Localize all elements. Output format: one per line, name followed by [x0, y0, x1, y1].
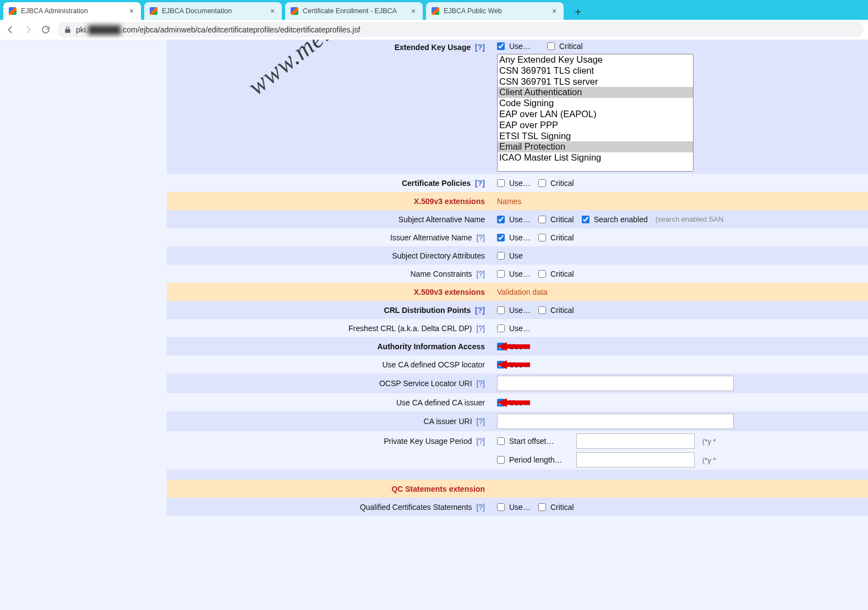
browser-tab-1[interactable]: EJBCA Documentation × [144, 2, 282, 20]
help-link[interactable]: [?] [475, 43, 485, 52]
url-host-prefix: pki. [76, 25, 88, 34]
input-period-length[interactable] [576, 452, 695, 468]
checkbox-eku-use[interactable]: Use… [497, 42, 531, 51]
section-label: QC Statements extension [167, 481, 490, 497]
checkbox-ian-critical[interactable]: Critical [538, 233, 574, 242]
browser-tab-0[interactable]: EJBCA Administration × [3, 2, 141, 20]
section-qc: QC Statements extension [167, 480, 868, 498]
help-link[interactable]: [?] [476, 379, 485, 388]
new-tab-button[interactable]: + [570, 4, 586, 20]
label-ian: Issuer Alternative Name [?] [167, 230, 490, 245]
favicon-icon [432, 7, 439, 15]
tab-title: Certificate Enrollment - EJBCA [303, 7, 406, 15]
help-link[interactable]: [?] [476, 270, 485, 278]
section-title: Names [490, 195, 868, 208]
checkbox-crldp-critical[interactable]: Critical [538, 306, 574, 315]
input-ca-issuer-uri[interactable] [497, 414, 734, 429]
row-san: Subject Alternative Name Use… Critical S… [167, 210, 868, 228]
checkbox-certpolicies-use[interactable]: Use… [497, 179, 531, 188]
checkbox-nc-use[interactable]: Use… [497, 270, 531, 278]
row-ocsp-uri: OCSP Service Locator URI [?] [167, 373, 868, 393]
section-title: Validation data [490, 285, 868, 299]
tab-title: EJBCA Administration [21, 7, 124, 15]
tab-title: EJBCA Documentation [162, 7, 265, 15]
arrow-left-icon [6, 25, 15, 35]
checkbox-sda-use[interactable]: Use [497, 251, 523, 260]
label-sda: Subject Directory Attributes [167, 248, 490, 263]
browser-toolbar: pki. ██████ .com/ejbca/adminweb/ca/editc… [0, 20, 868, 40]
select-eku-options[interactable]: Any Extended Key Usage CSN 369791 TLS cl… [497, 54, 694, 172]
help-link[interactable]: [?] [476, 233, 485, 242]
tab-title: EJBCA Public Web [444, 7, 547, 15]
row-extended-key-usage: Extended Key Usage [?] Use… Critical Any… [167, 40, 868, 174]
reload-button[interactable] [40, 24, 52, 36]
period-suffix: (*y * [702, 456, 716, 464]
row-freshest: Freshest CRL (a.k.a. Delta CRL DP) [?] U… [167, 319, 868, 337]
row-ian: Issuer Alternative Name [?] Use… Critica… [167, 228, 868, 246]
url-host-blurred: ██████ [88, 25, 121, 34]
row-ca-issuer-uri: CA issuer URI [?] [167, 411, 868, 431]
checkbox-period-length[interactable]: Period length… [497, 455, 569, 464]
close-icon[interactable]: × [128, 7, 135, 15]
row-ocsp-locator: Use CA defined OCSP locator Use… [167, 355, 868, 373]
checkbox-certpolicies-critical[interactable]: Critical [538, 179, 574, 188]
checkbox-eku-critical[interactable]: Critical [547, 42, 583, 51]
close-icon[interactable]: × [550, 7, 558, 15]
checkbox-start-offset[interactable]: Start offset… [497, 437, 569, 446]
checkbox-qcs-critical[interactable]: Critical [538, 503, 574, 512]
checkbox-san-use[interactable]: Use… [497, 215, 531, 224]
input-start-offset[interactable] [576, 433, 695, 449]
input-ocsp-uri[interactable] [497, 376, 734, 391]
san-search-hint: (search enabled SAN [656, 215, 724, 223]
checkbox-ca-issuer-use[interactable]: Use… [497, 398, 531, 407]
help-link[interactable]: [?] [476, 503, 485, 512]
label-aia: Authority Information Access [167, 339, 490, 354]
tab-strip: EJBCA Administration × EJBCA Documentati… [0, 0, 868, 20]
label-ocsp-loc: Use CA defined OCSP locator [167, 357, 490, 372]
row-crldp: CRL Distribution Points [?] Use… Critica… [167, 301, 868, 319]
section-label: X.509v3 extensions [167, 194, 490, 209]
browser-tab-2[interactable]: Certificate Enrollment - EJBCA × [285, 2, 423, 20]
help-link[interactable]: [?] [475, 179, 485, 188]
label-pkup: Private Key Usage Period [?] [167, 431, 490, 449]
label-qcs: Qualified Certificates Statements [?] [167, 499, 490, 515]
checkbox-nc-critical[interactable]: Critical [538, 270, 574, 278]
label-ca-issuer: Use CA defined CA issuer [167, 395, 490, 410]
checkbox-crldp-use[interactable]: Use… [497, 306, 531, 315]
section-label: X.509v3 extensions [167, 284, 490, 300]
checkbox-san-search[interactable]: Search enabled [582, 215, 648, 224]
label-nc: Name Constraints [?] [167, 266, 490, 282]
help-link[interactable]: [?] [475, 306, 485, 315]
row-certificate-policies: Certificate Policies [?] Use… Critical [167, 174, 868, 192]
help-link[interactable]: [?] [476, 437, 485, 446]
checkbox-qcs-use[interactable]: Use… [497, 503, 531, 512]
lock-icon [64, 26, 72, 34]
browser-tab-3[interactable]: EJBCA Public Web × [426, 2, 564, 20]
label-eku: Extended Key Usage [?] [167, 40, 490, 55]
address-bar[interactable]: pki. ██████ .com/ejbca/adminweb/ca/editc… [57, 22, 864, 37]
checkbox-ian-use[interactable]: Use… [497, 233, 531, 242]
period-suffix: (*y * [702, 437, 716, 446]
spacer-row [167, 470, 868, 480]
forward-button[interactable] [22, 24, 34, 36]
row-qcs: Qualified Certificates Statements [?] Us… [167, 498, 868, 516]
checkbox-ocsp-loc-use[interactable]: Use… [497, 360, 531, 369]
checkbox-freshest-use[interactable]: Use… [497, 324, 531, 333]
label-cert-policies: Certificate Policies [?] [167, 175, 490, 191]
checkbox-aia-use[interactable]: Use… [497, 342, 531, 351]
reload-icon [41, 25, 51, 35]
row-ca-issuer: Use CA defined CA issuer Use… [167, 393, 868, 411]
close-icon[interactable]: × [269, 7, 276, 15]
section-names: X.509v3 extensions Names [167, 192, 868, 210]
favicon-icon [291, 7, 298, 15]
row-nc: Name Constraints [?] Use… Critical [167, 265, 868, 283]
row-aia: Authority Information Access Use… [167, 337, 868, 355]
row-pkup: Private Key Usage Period [?] Start offse… [167, 431, 868, 470]
help-link[interactable]: [?] [476, 324, 485, 333]
close-icon[interactable]: × [410, 7, 417, 15]
row-sda: Subject Directory Attributes Use [167, 246, 868, 265]
help-link[interactable]: [?] [476, 417, 485, 426]
checkbox-san-critical[interactable]: Critical [538, 215, 574, 224]
back-button[interactable] [4, 24, 17, 36]
label-ocsp-uri: OCSP Service Locator URI [?] [167, 376, 490, 391]
